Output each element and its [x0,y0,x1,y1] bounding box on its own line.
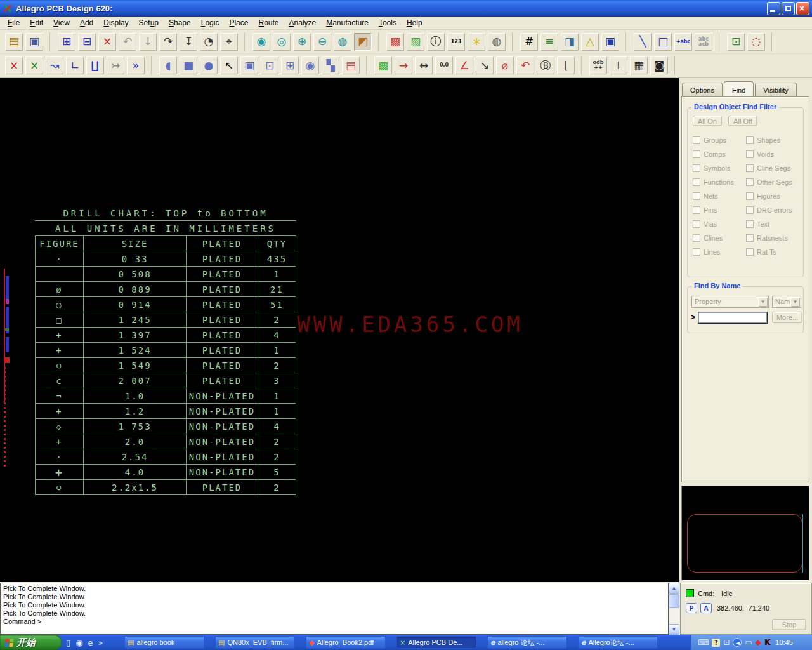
ie-quick-icon[interactable]: e [88,638,93,647]
menu-add[interactable]: Add [75,17,98,29]
color-swatches-icon[interactable]: ▩ [386,32,405,51]
chevron-down-icon[interactable]: ▼ [758,297,768,307]
param-icon[interactable]: ◨ [560,32,579,51]
radial-icon[interactable]: ↶ [516,56,535,75]
drill-legend-icon[interactable]: ▦ [629,56,648,75]
shape-edit-icon[interactable]: ▣ [240,56,259,75]
tab-find[interactable]: Find [724,81,754,96]
all-on-button[interactable]: All On [693,116,722,126]
zoom-fit-icon[interactable]: ◎ [272,32,291,51]
property-dropdown[interactable]: Property ▼ [691,296,769,308]
functions-checkbox[interactable] [693,178,700,186]
display-icon[interactable]: ▭ [745,638,752,647]
edit-text-icon[interactable]: abc acb [694,32,713,51]
console-scrollbar[interactable]: ▲ ▼ [669,583,679,635]
menu-manufacture[interactable]: Manufacture [321,17,374,29]
add-text-icon[interactable]: +abc [674,32,693,51]
other-segs-checkbox[interactable] [746,178,754,186]
add-connect-icon[interactable]: ↝ [45,56,64,75]
zoom-in-icon[interactable]: ⊕ [292,32,311,51]
menu-logic[interactable]: Logic [196,17,225,29]
taskbar-button[interactable]: ▤allegro book [124,636,204,649]
minimize-button[interactable] [767,2,780,15]
refresh-symbols-icon[interactable]: ⊡ [726,32,745,51]
void-rect-icon[interactable]: ⊞ [280,56,299,75]
groups-checkbox[interactable] [693,136,700,144]
shadow-icon[interactable]: ▣ [601,32,620,51]
undo-menu-icon[interactable]: ↓ [138,32,157,51]
move-icon[interactable]: ⊞ [57,32,76,51]
lines-checkbox[interactable] [693,248,700,256]
kaspersky-icon[interactable]: K [764,638,770,647]
spread-icon[interactable]: ↣ [106,56,125,75]
zoom-points-icon[interactable]: ◉ [252,32,271,51]
menu-analyze[interactable]: Analyze [284,17,321,29]
menu-tools[interactable]: Tools [374,17,402,29]
origin-dim-icon[interactable]: 0,0 [435,56,454,75]
tab-options[interactable]: Options [682,83,723,96]
angular-dim-icon[interactable]: ∠ [455,56,474,75]
scroll-up-icon[interactable]: ▲ [669,583,679,594]
select-arrow-icon[interactable]: ↖ [219,56,239,75]
zoom-out-icon[interactable]: ⊖ [313,32,332,51]
chamfer-icon[interactable]: ⌊ [556,56,575,75]
menu-help[interactable]: Help [402,17,428,29]
shape-boundary-icon[interactable]: ⊡ [260,56,279,75]
info-icon[interactable]: ⓘ [426,32,445,51]
text-checkbox[interactable] [746,220,754,228]
linear-dim-icon[interactable]: ↔ [414,56,433,75]
dimension-env-icon[interactable]: ▩ [374,56,393,75]
void-circle-icon[interactable]: ◉ [301,56,320,75]
taskbar-button[interactable]: ◆Allegro_Book2.pdf [306,636,386,649]
waive-drc-icon[interactable]: ◌ [747,32,766,51]
nets-checkbox[interactable] [693,192,700,200]
more-button[interactable]: More... [772,312,802,323]
grid-icon[interactable]: # [520,32,539,51]
taskbar-button[interactable]: ×Allegro PCB De... [396,636,476,649]
world-view[interactable] [681,486,809,581]
measure-icon[interactable]: 123 [447,32,466,51]
oops-icon[interactable]: ◔ [199,32,218,51]
chevron-down-icon[interactable]: ▼ [790,297,800,307]
ratsnests-checkbox[interactable] [746,234,754,242]
command-prompt[interactable]: Command > [3,618,665,626]
menu-display[interactable]: Display [98,17,133,29]
shapes-checkbox[interactable] [746,136,754,144]
shape-polygon-icon[interactable]: ◖ [159,56,178,75]
route-path-icon[interactable]: ∟ [65,56,84,75]
messenger-icon[interactable]: ◉ [75,638,82,647]
drc-errors-checkbox[interactable] [746,206,754,214]
pin-icon[interactable]: ⌖ [219,32,239,51]
language-back-icon[interactable]: ◄ [733,638,742,647]
scroll-down-icon[interactable]: ▼ [669,624,679,635]
vertex-icon[interactable]: » [126,56,145,75]
menu-route[interactable]: Route [253,17,284,29]
symbols-checkbox[interactable] [693,164,700,172]
shape-merge-icon[interactable]: ▤ [341,56,360,75]
find-by-name-input[interactable] [698,312,768,324]
cline-segs-checkbox[interactable] [746,164,754,172]
rat-ts-checkbox[interactable] [746,248,754,256]
ncdrill-icon[interactable]: ⊥ [609,56,628,75]
figures-checkbox[interactable] [746,192,754,200]
device-icon[interactable]: ▯ [66,638,70,647]
tab-visibility[interactable]: Visibility [755,83,797,96]
undo-icon[interactable]: ↶ [118,32,137,51]
shape-circle-icon[interactable]: ● [199,56,218,75]
name-dropdown[interactable]: Name ▼ [772,296,801,308]
vias-checkbox[interactable] [693,220,700,228]
menu-setup[interactable]: Setup [134,17,164,29]
menu-view[interactable]: View [48,17,75,29]
open-file-icon[interactable]: ▤ [4,32,23,51]
menu-file[interactable]: File [3,17,25,29]
redo-icon[interactable]: ↷ [159,32,178,51]
comps-checkbox[interactable] [693,150,700,158]
voids-checkbox[interactable] [746,150,754,158]
constraints-icon[interactable]: △ [580,32,599,51]
delete-icon[interactable]: × [98,32,117,51]
all-off-button[interactable]: All Off [728,116,757,126]
clines-checkbox[interactable] [693,234,700,242]
command-console[interactable]: Pick To Complete Window.Pick To Complete… [0,583,669,635]
start-button[interactable]: 开始 [0,635,62,650]
dehighlight-icon[interactable]: ◍ [487,32,506,51]
